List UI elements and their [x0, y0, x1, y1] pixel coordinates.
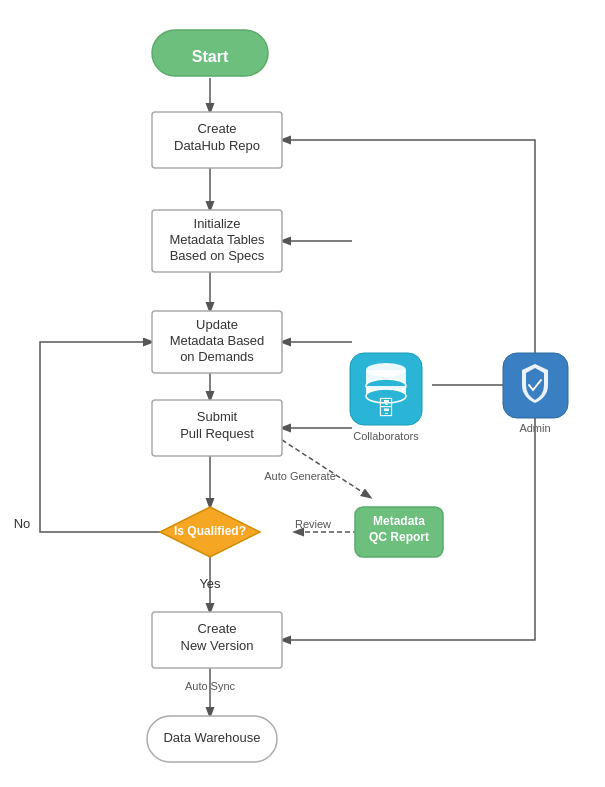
svg-text:DataHub Repo: DataHub Repo — [174, 138, 260, 153]
flowchart-diagram: Start Create DataHub Repo Initialize Met… — [0, 0, 605, 787]
svg-text:QC Report: QC Report — [369, 530, 429, 544]
svg-text:Based on Specs: Based on Specs — [170, 248, 265, 263]
create-version-node: Create New Version — [152, 612, 282, 668]
svg-text:Metadata: Metadata — [373, 514, 425, 528]
svg-text:Submit: Submit — [197, 409, 238, 424]
svg-text:New Version: New Version — [181, 638, 254, 653]
svg-text:Create: Create — [197, 621, 236, 636]
svg-text:Is Qualified?: Is Qualified? — [174, 524, 246, 538]
no-label: No — [14, 516, 31, 531]
svg-text:Create: Create — [197, 121, 236, 136]
collaborators-node: 🗄 Collaborators — [350, 353, 422, 442]
review-label: Review — [295, 518, 331, 530]
svg-text:Data Warehouse: Data Warehouse — [163, 730, 260, 745]
svg-text:on Demands: on Demands — [180, 349, 254, 364]
arrow-admin-to-repo — [282, 140, 535, 358]
create-repo-node: Create DataHub Repo — [152, 112, 282, 168]
auto-sync-label: Auto Sync — [185, 680, 236, 692]
svg-text:Pull Request: Pull Request — [180, 426, 254, 441]
auto-generate-label: Auto Generate — [264, 470, 336, 482]
svg-text:🗄: 🗄 — [376, 397, 396, 419]
svg-text:Initialize: Initialize — [194, 216, 241, 231]
yes-label: Yes — [199, 576, 221, 591]
start-label: Start — [192, 48, 229, 65]
svg-text:Update: Update — [196, 317, 238, 332]
is-qualified-node: Is Qualified? — [160, 507, 260, 557]
metadata-qc-node: Metadata QC Report — [355, 507, 443, 557]
svg-text:Metadata Based: Metadata Based — [170, 333, 265, 348]
start-node: Start — [152, 30, 268, 76]
arrow-autogenerate-dashed — [282, 440, 370, 497]
svg-text:Metadata Tables: Metadata Tables — [169, 232, 265, 247]
init-metadata-node: Initialize Metadata Tables Based on Spec… — [152, 210, 282, 272]
data-warehouse-node: Data Warehouse — [147, 716, 277, 762]
admin-node: Admin — [503, 353, 568, 434]
svg-text:Collaborators: Collaborators — [353, 430, 419, 442]
submit-pr-node: Submit Pull Request — [152, 400, 282, 456]
svg-text:Admin: Admin — [519, 422, 550, 434]
update-metadata-node: Update Metadata Based on Demands — [152, 311, 282, 373]
